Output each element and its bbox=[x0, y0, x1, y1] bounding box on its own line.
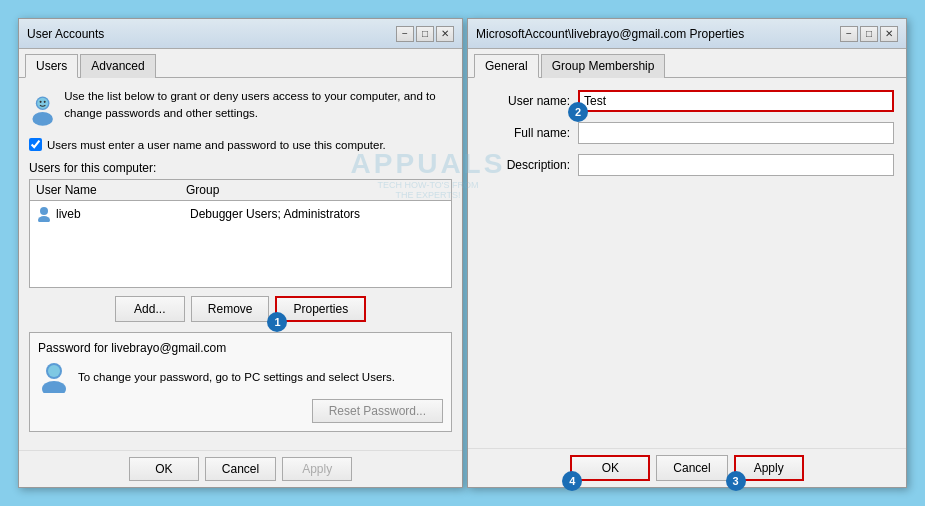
user-accounts-title-bar: User Accounts − □ ✕ bbox=[19, 19, 462, 49]
properties-window: MicrosoftAccount\livebrayo@gmail.com Pro… bbox=[467, 18, 907, 488]
description-label: Description: bbox=[480, 158, 570, 172]
password-text: To change your password, go to PC settin… bbox=[78, 371, 443, 383]
annotation-1: 1 bbox=[267, 312, 287, 332]
tab-group-membership[interactable]: Group Membership bbox=[541, 54, 666, 78]
add-button[interactable]: Add... bbox=[115, 296, 185, 322]
username-input[interactable] bbox=[578, 90, 894, 112]
tab-users[interactable]: Users bbox=[25, 54, 78, 78]
props-close-button[interactable]: ✕ bbox=[880, 26, 898, 42]
tab-general[interactable]: General bbox=[474, 54, 539, 78]
fullname-row: Full name: bbox=[480, 122, 894, 144]
user-icon bbox=[29, 88, 56, 128]
row-user-icon bbox=[36, 206, 52, 222]
properties-content: User name: 2 Full name: Description: bbox=[468, 78, 906, 448]
description-input[interactable] bbox=[578, 154, 894, 176]
cancel-button-left[interactable]: Cancel bbox=[205, 457, 276, 481]
table-header: User Name Group bbox=[30, 180, 451, 201]
ok-button-right[interactable]: OK bbox=[570, 455, 650, 481]
svg-point-4 bbox=[44, 101, 46, 103]
user-accounts-title: User Accounts bbox=[27, 27, 104, 41]
checkbox-row: Users must enter a user name and passwor… bbox=[29, 138, 452, 151]
section-label: Users for this computer: bbox=[29, 161, 452, 175]
svg-point-3 bbox=[40, 101, 42, 103]
annotation-3: 3 bbox=[726, 471, 746, 491]
user-accounts-window: User Accounts − □ ✕ Users Advanced bbox=[18, 18, 463, 488]
table-row[interactable]: liveb Debugger Users; Administrators bbox=[32, 203, 449, 225]
row-name: liveb bbox=[56, 207, 186, 221]
svg-point-5 bbox=[40, 207, 48, 215]
props-minimize-button[interactable]: − bbox=[840, 26, 858, 42]
bottom-buttons-right: OK 4 Cancel Apply 3 bbox=[468, 448, 906, 487]
must-login-checkbox[interactable] bbox=[29, 138, 42, 151]
reset-password-button[interactable]: Reset Password... bbox=[312, 399, 443, 423]
minimize-button[interactable]: − bbox=[396, 26, 414, 42]
password-title: Password for livebrayo@gmail.com bbox=[38, 341, 443, 355]
close-button[interactable]: ✕ bbox=[436, 26, 454, 42]
svg-point-1 bbox=[32, 112, 52, 126]
password-section: Password for livebrayo@gmail.com To chan… bbox=[29, 332, 452, 432]
users-table: User Name Group liveb Debugger Users; Ad… bbox=[29, 179, 452, 288]
description-row: Description: bbox=[480, 154, 894, 176]
annotation-2: 2 bbox=[568, 102, 588, 122]
col-group: Group bbox=[186, 183, 445, 197]
svg-point-9 bbox=[48, 365, 60, 377]
maximize-button[interactable]: □ bbox=[416, 26, 434, 42]
user-accounts-content: Use the list below to grant or deny user… bbox=[19, 78, 462, 450]
remove-button[interactable]: Remove bbox=[191, 296, 270, 322]
tab-advanced[interactable]: Advanced bbox=[80, 54, 155, 78]
user-info-row: Use the list below to grant or deny user… bbox=[29, 88, 452, 128]
row-group: Debugger Users; Administrators bbox=[190, 207, 445, 221]
properties-button[interactable]: Properties bbox=[275, 296, 366, 322]
username-row: User name: 2 bbox=[480, 90, 894, 112]
reset-btn-row: Reset Password... bbox=[38, 399, 443, 423]
username-label: User name: bbox=[480, 94, 570, 108]
fullname-label: Full name: bbox=[480, 126, 570, 140]
info-text: Use the list below to grant or deny user… bbox=[64, 88, 452, 123]
apply-button-left[interactable]: Apply bbox=[282, 457, 352, 481]
svg-point-8 bbox=[42, 381, 66, 393]
cancel-button-right[interactable]: Cancel bbox=[656, 455, 727, 481]
user-accounts-controls: − □ ✕ bbox=[396, 26, 454, 42]
password-row: To change your password, go to PC settin… bbox=[38, 361, 443, 393]
properties-title-bar: MicrosoftAccount\livebrayo@gmail.com Pro… bbox=[468, 19, 906, 49]
fullname-input[interactable] bbox=[578, 122, 894, 144]
annotation-4: 4 bbox=[562, 471, 582, 491]
password-user-icon bbox=[38, 361, 70, 393]
properties-tab-bar: General Group Membership bbox=[468, 49, 906, 78]
svg-point-6 bbox=[38, 216, 50, 222]
user-accounts-tab-bar: Users Advanced bbox=[19, 49, 462, 78]
properties-title: MicrosoftAccount\livebrayo@gmail.com Pro… bbox=[476, 27, 744, 41]
checkbox-label: Users must enter a user name and passwor… bbox=[47, 139, 386, 151]
props-maximize-button[interactable]: □ bbox=[860, 26, 878, 42]
ok-button-left[interactable]: OK bbox=[129, 457, 199, 481]
user-action-buttons: Add... Remove Properties 1 bbox=[29, 296, 452, 322]
svg-point-2 bbox=[37, 98, 48, 109]
table-body: liveb Debugger Users; Administrators bbox=[30, 201, 451, 227]
col-username: User Name bbox=[36, 183, 186, 197]
properties-controls: − □ ✕ bbox=[840, 26, 898, 42]
bottom-buttons-left: OK Cancel Apply bbox=[19, 450, 462, 487]
